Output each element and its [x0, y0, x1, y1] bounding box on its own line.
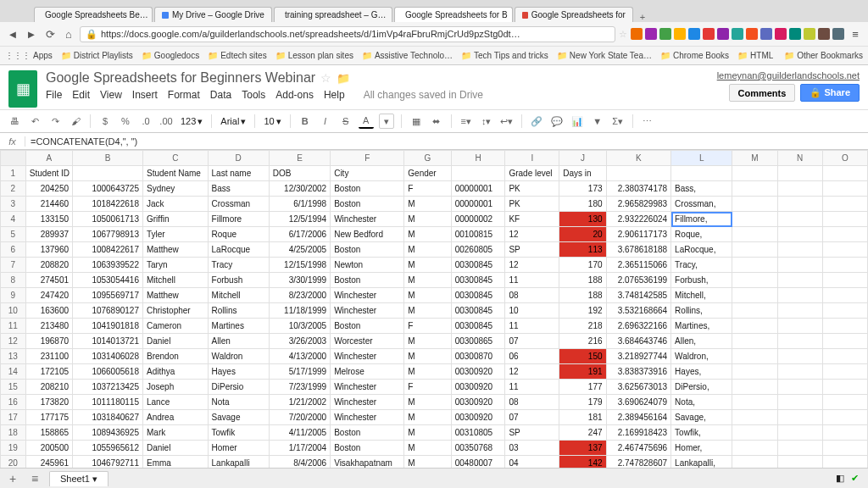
cell[interactable] [822, 410, 867, 425]
cell[interactable]: Sydney [143, 181, 209, 197]
cell[interactable]: M [404, 227, 451, 242]
cell[interactable]: 163600 [25, 303, 72, 319]
row-header[interactable]: 14 [1, 364, 26, 380]
cell[interactable]: Roque [208, 227, 269, 242]
cell[interactable]: 1066005618 [73, 364, 143, 380]
cell[interactable] [732, 273, 777, 288]
cell[interactable]: 6/1/1998 [269, 197, 330, 212]
cell[interactable]: Days in [559, 166, 606, 181]
format-more[interactable]: 123▾ [179, 116, 204, 127]
cell[interactable]: 172105 [25, 364, 72, 380]
wrap-icon[interactable]: ↩▾ [499, 114, 515, 129]
cell[interactable] [822, 181, 867, 197]
row-header[interactable]: 1 [1, 166, 26, 181]
cell[interactable]: M [404, 197, 451, 212]
cell[interactable]: 10/3/2005 [269, 319, 330, 334]
formula-input[interactable]: =CONCATENATE(D4,", ") [25, 136, 868, 147]
cell[interactable]: 1/21/2002 [269, 395, 330, 410]
cell[interactable]: 4/13/2000 [269, 349, 330, 364]
cell[interactable]: 00300865 [451, 334, 505, 349]
cell[interactable]: 3.678618188 [606, 242, 671, 258]
cell[interactable]: 2.932226024 [606, 212, 671, 227]
cell[interactable]: Towfik [208, 425, 269, 441]
row-header[interactable]: 3 [1, 197, 26, 212]
row-header[interactable]: 5 [1, 227, 26, 242]
cell[interactable]: 00300920 [451, 380, 505, 395]
cell[interactable]: 133150 [25, 212, 72, 227]
cell[interactable] [777, 288, 822, 303]
cell[interactable]: Hayes [208, 364, 269, 380]
cell[interactable]: 8/23/2000 [269, 288, 330, 303]
cell[interactable]: 1/17/2004 [269, 441, 330, 456]
cell[interactable] [732, 288, 777, 303]
col-header[interactable]: G [404, 151, 451, 166]
cell[interactable] [732, 349, 777, 364]
cell[interactable]: 08 [505, 288, 559, 303]
cell[interactable]: Winchester [331, 380, 404, 395]
filter-icon[interactable]: ▼ [590, 114, 605, 129]
cell[interactable]: 1063939522 [73, 258, 143, 273]
cell[interactable]: Boston [331, 319, 404, 334]
cell[interactable]: Homer, [671, 441, 732, 456]
cell[interactable]: 214460 [25, 197, 72, 212]
chart-icon[interactable]: 📊 [570, 114, 585, 129]
cell[interactable] [606, 166, 671, 181]
menu-file[interactable]: File [46, 89, 62, 101]
cell[interactable]: 247420 [25, 288, 72, 303]
font-size[interactable]: 10▾ [262, 116, 282, 127]
cell[interactable]: Mitchell [143, 273, 209, 288]
cell[interactable] [732, 181, 777, 197]
cell[interactable] [777, 227, 822, 242]
cell[interactable]: 177175 [25, 410, 72, 425]
cell[interactable]: 3.684643746 [606, 334, 671, 349]
cell[interactable]: 4/11/2005 [269, 425, 330, 441]
cell[interactable] [732, 197, 777, 212]
cell[interactable]: Martines, [671, 319, 732, 334]
cell[interactable]: 130 [559, 212, 606, 227]
cell[interactable]: 113 [559, 242, 606, 258]
cell[interactable]: Bass, [671, 181, 732, 197]
comments-button[interactable]: Comments [729, 84, 796, 102]
borders-icon[interactable]: ▦ [409, 114, 424, 129]
extension-icon[interactable] [789, 28, 801, 40]
cell[interactable]: 2.380374178 [606, 181, 671, 197]
cell[interactable]: Winchester [331, 303, 404, 319]
cell[interactable] [732, 395, 777, 410]
cell[interactable] [822, 273, 867, 288]
cell[interactable]: 11/18/1999 [269, 303, 330, 319]
row-header[interactable]: 8 [1, 273, 26, 288]
spreadsheet-grid[interactable]: ABCDEFGHIJKLMNO 1Student IDStudent NameL… [0, 150, 868, 487]
extension-icon[interactable] [818, 28, 830, 40]
cell[interactable] [777, 303, 822, 319]
extension-icon[interactable] [659, 28, 671, 40]
cell[interactable] [777, 212, 822, 227]
cell[interactable]: 4/25/2005 [269, 242, 330, 258]
link-icon[interactable]: 🔗 [529, 114, 544, 129]
browser-tab[interactable]: Google Spreadsheets for [515, 7, 633, 22]
row-header[interactable]: 7 [1, 258, 26, 273]
extension-icon[interactable] [732, 28, 743, 40]
cell[interactable] [777, 364, 822, 380]
cell[interactable]: 173820 [25, 395, 72, 410]
decimal-inc-icon[interactable]: .00 [159, 114, 174, 129]
cell[interactable] [822, 425, 867, 441]
undo-icon[interactable]: ↶ [27, 114, 42, 129]
cell[interactable]: 20 [559, 227, 606, 242]
cell[interactable]: Boston [331, 273, 404, 288]
back-button[interactable]: ◄ [5, 26, 20, 42]
cell[interactable]: 00300845 [451, 319, 505, 334]
row-header[interactable]: 9 [1, 288, 26, 303]
cell[interactable]: F [404, 319, 451, 334]
sheets-logo-icon[interactable]: ▦ [8, 70, 37, 108]
cell[interactable]: DiPersio, [671, 380, 732, 395]
bookmark-item[interactable]: 📁Tech Tips and tricks [461, 51, 548, 60]
reload-button[interactable]: ⟳ [42, 26, 58, 42]
explore-button[interactable]: ◧ [836, 473, 844, 484]
cell[interactable]: 170 [559, 258, 606, 273]
cell[interactable]: Crossman [208, 197, 269, 212]
col-header[interactable]: M [732, 151, 777, 166]
cell[interactable]: M [404, 334, 451, 349]
cell[interactable]: M [404, 364, 451, 380]
add-sheet-button[interactable]: + [5, 472, 20, 485]
move-folder-icon[interactable]: 📁 [337, 72, 350, 85]
